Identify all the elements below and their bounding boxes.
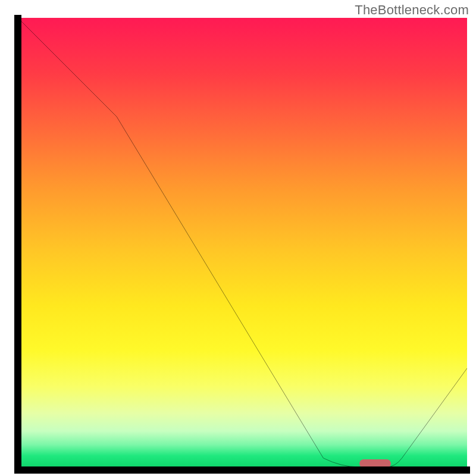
bottleneck-chart: TheBottleneck.com: [0, 0, 476, 476]
plot-area: [18, 18, 467, 467]
optimal-range-marker: [359, 459, 391, 468]
heat-gradient-background: [18, 18, 467, 467]
watermark-text: TheBottleneck.com: [355, 2, 469, 18]
